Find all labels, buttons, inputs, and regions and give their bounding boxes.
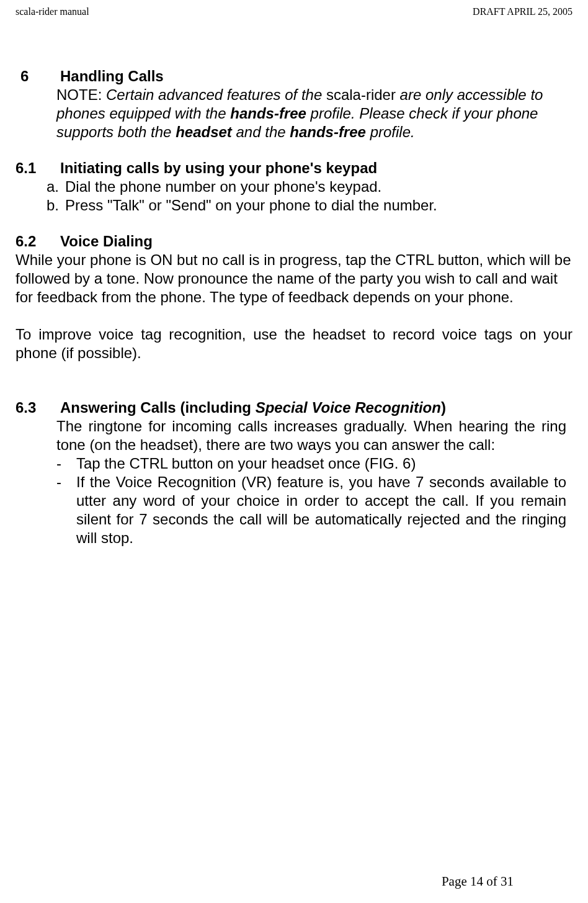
page-header: scala-rider manual DRAFT APRIL 25, 2005 bbox=[16, 6, 572, 17]
section-6-3-title-b: Special Voice Recognition bbox=[256, 399, 441, 416]
section-6-3-heading: 6.3Answering Calls (including Special Vo… bbox=[16, 398, 572, 417]
note-text-7: and the bbox=[232, 124, 290, 140]
dash-marker-2: - bbox=[56, 473, 76, 547]
content: 6Handling Calls NOTE: Certain advanced f… bbox=[16, 67, 572, 547]
header-right: DRAFT APRIL 25, 2005 bbox=[473, 6, 572, 17]
section-6-1-number: 6.1 bbox=[16, 159, 60, 177]
section-6-2-heading: 6.2Voice Dialing bbox=[16, 232, 572, 251]
section-6-note: NOTE: Certain advanced features of the s… bbox=[56, 86, 566, 142]
section-6-2-para-1: While your phone is ON but no call is in… bbox=[16, 251, 572, 307]
section-6-3-list: - Tap the CTRL button on your headset on… bbox=[56, 454, 566, 547]
note-text-1: Certain advanced features of the bbox=[106, 86, 326, 103]
dash-marker-1: - bbox=[56, 454, 76, 473]
dash-text-1: Tap the CTRL button on your headset once… bbox=[76, 454, 416, 473]
dash-text-2: If the Voice Recognition (VR) feature is… bbox=[76, 473, 566, 547]
marker-a: a. bbox=[47, 177, 65, 196]
section-6-2-title: Voice Dialing bbox=[60, 233, 153, 249]
section-6-3-title-c: ) bbox=[441, 399, 446, 416]
section-6-1-heading: 6.1Initiating calls by using your phone'… bbox=[16, 159, 572, 177]
note-hands-free-1: hands-free bbox=[230, 105, 306, 122]
text-a: Dial the phone number on your phone's ke… bbox=[65, 177, 381, 196]
section-6-3-para: The ringtone for incoming calls increase… bbox=[56, 417, 566, 454]
note-label: NOTE: bbox=[56, 86, 106, 103]
header-left: scala-rider manual bbox=[16, 6, 89, 17]
section-6-2-number: 6.2 bbox=[16, 232, 60, 251]
section-6: 6Handling Calls bbox=[20, 67, 572, 86]
section-6-2-para-2: To improve voice tag recognition, use th… bbox=[16, 325, 572, 362]
note-hands-free-2: hands-free bbox=[290, 124, 366, 140]
section-6-number: 6 bbox=[20, 67, 60, 86]
note-headset: headset bbox=[176, 124, 232, 140]
note-text-2: scala-rider bbox=[326, 86, 396, 103]
page-footer: Page 14 of 31 bbox=[442, 874, 514, 889]
section-6-3-number: 6.3 bbox=[16, 398, 60, 417]
list-item-a: a. Dial the phone number on your phone's… bbox=[47, 177, 572, 196]
section-6-1: 6.1Initiating calls by using your phone'… bbox=[16, 159, 572, 215]
section-6-3: 6.3Answering Calls (including Special Vo… bbox=[16, 398, 572, 547]
dash-item-2: - If the Voice Recognition (VR) feature … bbox=[56, 473, 566, 547]
list-item-b: b. Press "Talk" or "Send" on your phone … bbox=[47, 196, 572, 215]
dash-item-1: - Tap the CTRL button on your headset on… bbox=[56, 454, 566, 473]
section-6-1-list: a. Dial the phone number on your phone's… bbox=[47, 177, 572, 215]
note-text-9: profile. bbox=[366, 124, 415, 140]
section-6-3-title-a: Answering Calls (including bbox=[60, 399, 256, 416]
page: scala-rider manual DRAFT APRIL 25, 2005 … bbox=[0, 0, 588, 903]
section-6-2: 6.2Voice Dialing While your phone is ON … bbox=[16, 232, 572, 362]
section-6-1-title: Initiating calls by using your phone's k… bbox=[60, 159, 377, 176]
text-b: Press "Talk" or "Send" on your phone to … bbox=[65, 196, 437, 215]
marker-b: b. bbox=[47, 196, 65, 215]
section-6-title: Handling Calls bbox=[60, 68, 164, 84]
